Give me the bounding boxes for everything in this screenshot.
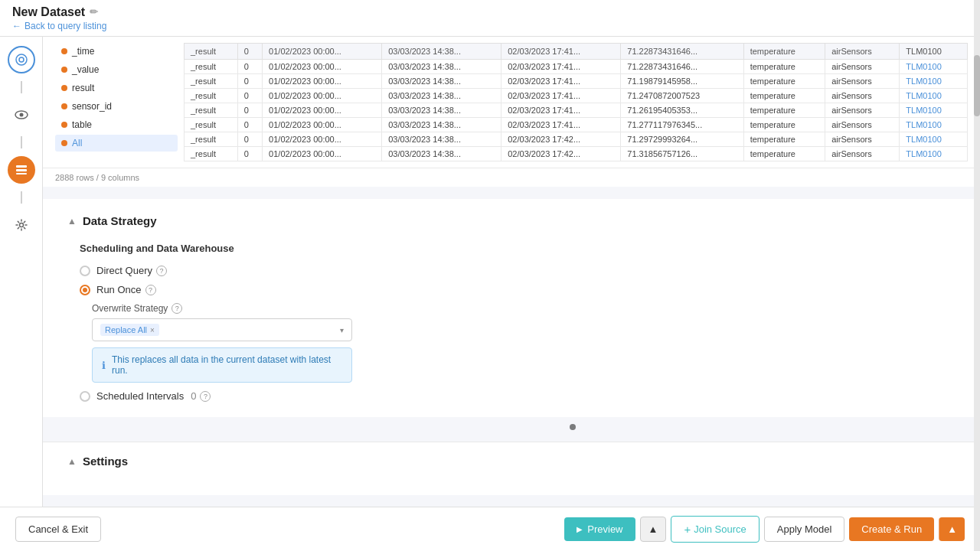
data-strategy-title: Data Strategy	[83, 214, 157, 227]
bottom-bar: Cancel & Exit ▶ Preview ▲ + Join Source …	[0, 507, 980, 551]
sidebar	[0, 37, 43, 507]
column-item-time[interactable]: _time	[55, 43, 178, 60]
column-item-sensorid[interactable]: sensor_id	[55, 98, 178, 115]
table-row: _result 0 01/02/2023 00:00... 03/03/2023…	[185, 74, 968, 89]
overwrite-help-icon[interactable]: ?	[172, 303, 182, 314]
data-preview-section: _time _value result sensor_id	[43, 37, 980, 187]
direct-query-help-icon[interactable]: ?	[156, 266, 167, 276]
play-icon: ▶	[577, 525, 583, 533]
column-label-sensorid: sensor_id	[72, 101, 112, 112]
run-once-help-icon[interactable]: ?	[145, 285, 156, 295]
create-run-button[interactable]: Create & Run	[849, 517, 934, 541]
direct-query-option[interactable]: Direct Query ?	[80, 265, 956, 276]
table-header-row: _result 0 01/02/2023 00:00... 03/03/2023…	[185, 44, 968, 60]
apply-model-button[interactable]: Apply Model	[764, 517, 845, 542]
table-with-sidebar: _time _value result sensor_id	[43, 37, 980, 168]
run-once-option[interactable]: Run Once ?	[80, 284, 956, 295]
scrollbar-track[interactable]	[974, 0, 980, 551]
settings-collapse-icon[interactable]: ▲	[67, 456, 77, 467]
data-table-wrap: _result 0 01/02/2023 00:00... 03/03/2023…	[184, 43, 968, 161]
scheduled-intervals-help-icon[interactable]: ?	[200, 391, 211, 402]
join-plus-icon: +	[684, 523, 691, 536]
column-item-all[interactable]: All	[55, 135, 178, 152]
td-col6: 71.22873431646...	[621, 60, 743, 74]
column-tag-table	[61, 122, 67, 128]
th-result: _result	[185, 44, 238, 60]
table-row: _result 0 01/02/2023 00:00... 03/03/2023…	[185, 118, 968, 132]
data-strategy-section: ▲ Data Strategy Scheduling and Data Ware…	[43, 199, 980, 417]
back-arrow-icon: ←	[12, 21, 21, 31]
th-col4: 03/03/2023 14:38...	[382, 44, 501, 60]
sidebar-icon-preview[interactable]	[8, 101, 35, 129]
svg-rect-6	[16, 173, 27, 174]
top-bar: New Dataset ✏ ← Back to query listing	[0, 0, 980, 37]
settings-title: Settings	[83, 455, 128, 468]
dropdown-tag-close-icon[interactable]: ×	[150, 326, 155, 334]
cancel-exit-button[interactable]: Cancel & Exit	[15, 517, 101, 542]
td-result: _result	[185, 74, 238, 89]
svg-point-3	[19, 113, 23, 117]
scheduled-intervals-label: Scheduled Intervals 0 ?	[96, 390, 211, 402]
data-table: _result 0 01/02/2023 00:00... 03/03/2023…	[184, 43, 968, 161]
column-item-table[interactable]: table	[55, 116, 178, 133]
column-tag-time	[61, 48, 67, 54]
table-row: _result 0 01/02/2023 00:00... 03/03/2023…	[185, 103, 968, 118]
table-row: _result 0 01/02/2023 00:00... 03/03/2023…	[185, 132, 968, 147]
main-layout: _time _value result sensor_id	[0, 37, 980, 507]
page-title: New Dataset	[12, 5, 85, 19]
dropdown-arrow-icon: ▾	[340, 326, 344, 334]
column-tag-sensorid	[61, 103, 67, 109]
td-col3: 01/02/2023 00:00...	[263, 60, 382, 74]
edit-title-icon[interactable]: ✏	[90, 6, 98, 18]
overwrite-strategy-dropdown[interactable]: Replace All × ▾	[92, 318, 352, 341]
column-list: _time _value result sensor_id	[55, 43, 178, 161]
td-col2: 0	[237, 60, 262, 74]
table-footer: 2888 rows / 9 columns	[43, 168, 980, 187]
bottom-spacer	[43, 495, 980, 507]
info-banner-text: This replaces all data in the current da…	[112, 354, 342, 376]
th-col8: airSensors	[825, 44, 900, 60]
bottom-right: ▶ Preview ▲ + Join Source Apply Model Cr…	[564, 516, 965, 543]
settings-header: ▲ Settings	[67, 455, 956, 468]
run-once-radio[interactable]	[80, 285, 90, 295]
direct-query-radio[interactable]	[80, 266, 90, 276]
column-item-value[interactable]: _value	[55, 61, 178, 78]
table-row: _result 0 01/02/2023 00:00... 03/03/2023…	[185, 89, 968, 103]
scheduled-intervals-count: 0	[191, 390, 196, 402]
sidebar-icon-settings[interactable]	[8, 211, 35, 239]
preview-expand-icon: ▲	[648, 523, 658, 535]
sidebar-icon-datasource[interactable]	[8, 46, 35, 73]
bottom-left: Cancel & Exit	[15, 517, 101, 542]
table-row: _result 0 01/02/2023 00:00... 03/03/2023…	[185, 147, 968, 161]
overwrite-selected-tag: Replace All ×	[100, 324, 159, 336]
overwrite-label: Overwrite Strategy ?	[92, 303, 956, 314]
scrollbar-thumb[interactable]	[974, 55, 980, 116]
column-label-table: table	[72, 119, 92, 130]
preview-button[interactable]: ▶ Preview	[564, 517, 635, 541]
th-col2: 0	[237, 44, 262, 60]
info-banner: ℹ This replaces all data in the current …	[92, 347, 352, 383]
th-col6: 71.22873431646...	[621, 44, 743, 60]
column-tag-value	[61, 67, 67, 73]
join-source-button[interactable]: + Join Source	[671, 516, 759, 543]
data-strategy-collapse-icon[interactable]: ▲	[67, 216, 77, 227]
column-label-all: All	[72, 138, 82, 148]
preview-expand-button[interactable]: ▲	[640, 517, 667, 542]
td-col5: 02/03/2023 17:41...	[501, 60, 621, 74]
sidebar-icon-dataset[interactable]	[8, 156, 35, 184]
create-expand-button[interactable]: ▲	[939, 517, 965, 541]
content-area: _time _value result sensor_id	[43, 37, 980, 507]
td-col9[interactable]: TLM0100	[900, 60, 968, 74]
column-item-result[interactable]: result	[55, 80, 178, 96]
scheduled-intervals-radio[interactable]	[80, 391, 90, 402]
svg-rect-5	[16, 169, 27, 171]
scheduled-intervals-option[interactable]: Scheduled Intervals 0 ?	[80, 390, 956, 402]
back-link[interactable]: ← Back to query listing	[12, 21, 106, 31]
svg-rect-4	[16, 165, 27, 168]
join-source-label: Join Source	[694, 523, 746, 535]
direct-query-label: Direct Query ?	[96, 265, 167, 276]
th-col5: 02/03/2023 17:41...	[501, 44, 621, 60]
td-col4: 03/03/2023 14:38...	[382, 60, 501, 74]
svg-point-7	[19, 223, 23, 227]
th-col9: TLM0100	[900, 44, 968, 60]
